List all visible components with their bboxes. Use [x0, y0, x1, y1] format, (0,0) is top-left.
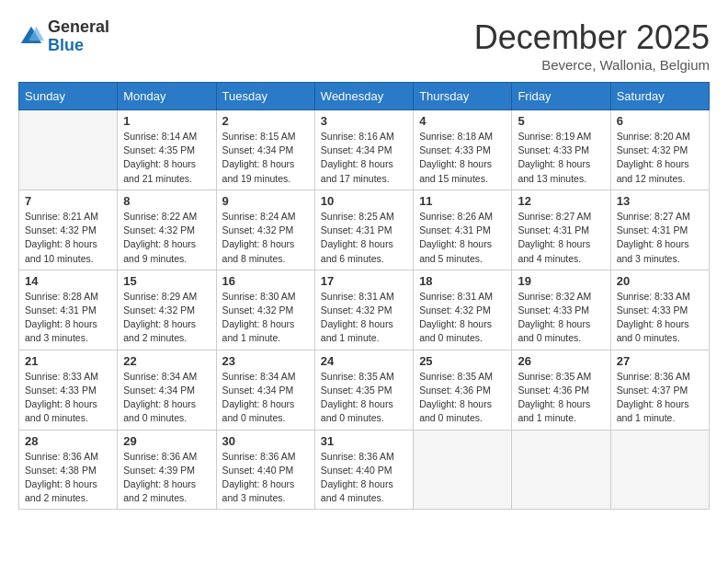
logo: General Blue: [18, 18, 109, 55]
day-of-week-header: Saturday: [610, 83, 709, 110]
calendar-week-row: 21Sunrise: 8:33 AMSunset: 4:33 PMDayligh…: [19, 350, 710, 430]
day-info: Sunrise: 8:16 AMSunset: 4:34 PMDaylight:…: [321, 130, 407, 186]
calendar-cell: 14Sunrise: 8:28 AMSunset: 4:31 PMDayligh…: [19, 270, 118, 350]
day-info: Sunrise: 8:34 AMSunset: 4:34 PMDaylight:…: [123, 370, 210, 426]
calendar-cell: 2Sunrise: 8:15 AMSunset: 4:34 PMDaylight…: [216, 110, 314, 190]
logo-general: General: [48, 18, 109, 37]
calendar-week-row: 28Sunrise: 8:36 AMSunset: 4:38 PMDayligh…: [19, 430, 710, 510]
day-info: Sunrise: 8:29 AMSunset: 4:32 PMDaylight:…: [123, 290, 210, 346]
calendar-cell: 23Sunrise: 8:34 AMSunset: 4:34 PMDayligh…: [216, 350, 314, 430]
day-number: 18: [419, 274, 506, 288]
day-of-week-header: Monday: [118, 83, 216, 110]
day-number: 2: [222, 114, 309, 128]
calendar-cell: 17Sunrise: 8:31 AMSunset: 4:32 PMDayligh…: [314, 270, 413, 350]
day-number: 20: [617, 274, 703, 288]
day-number: 3: [321, 114, 407, 128]
calendar-cell: 18Sunrise: 8:31 AMSunset: 4:32 PMDayligh…: [414, 270, 512, 350]
calendar-cell: 7Sunrise: 8:21 AMSunset: 4:32 PMDaylight…: [19, 190, 118, 270]
day-number: 30: [222, 434, 309, 448]
calendar-cell: 24Sunrise: 8:35 AMSunset: 4:35 PMDayligh…: [314, 350, 413, 430]
day-info: Sunrise: 8:31 AMSunset: 4:32 PMDaylight:…: [419, 290, 506, 346]
day-number: 31: [321, 434, 407, 448]
day-number: 27: [617, 354, 703, 368]
day-info: Sunrise: 8:19 AMSunset: 4:33 PMDaylight:…: [518, 130, 604, 186]
calendar-cell: 5Sunrise: 8:19 AMSunset: 4:33 PMDaylight…: [512, 110, 610, 190]
calendar-cell: 25Sunrise: 8:35 AMSunset: 4:36 PMDayligh…: [414, 350, 512, 430]
day-info: Sunrise: 8:35 AMSunset: 4:36 PMDaylight:…: [419, 370, 506, 426]
day-number: 29: [123, 434, 210, 448]
calendar-cell: 1Sunrise: 8:14 AMSunset: 4:35 PMDaylight…: [118, 110, 216, 190]
calendar-cell: 8Sunrise: 8:22 AMSunset: 4:32 PMDaylight…: [118, 190, 216, 270]
calendar-cell: 29Sunrise: 8:36 AMSunset: 4:39 PMDayligh…: [118, 430, 216, 510]
days-of-week-row: SundayMondayTuesdayWednesdayThursdayFrid…: [19, 83, 710, 110]
day-number: 24: [321, 354, 407, 368]
day-number: 7: [25, 194, 111, 208]
day-number: 25: [419, 354, 506, 368]
day-info: Sunrise: 8:27 AMSunset: 4:31 PMDaylight:…: [518, 210, 604, 266]
calendar-week-row: 1Sunrise: 8:14 AMSunset: 4:35 PMDaylight…: [19, 110, 710, 190]
calendar-cell: [610, 430, 709, 510]
day-of-week-header: Sunday: [19, 83, 118, 110]
day-info: Sunrise: 8:24 AMSunset: 4:32 PMDaylight:…: [222, 210, 309, 266]
calendar-cell: 15Sunrise: 8:29 AMSunset: 4:32 PMDayligh…: [118, 270, 216, 350]
calendar-cell: 27Sunrise: 8:36 AMSunset: 4:37 PMDayligh…: [610, 350, 709, 430]
day-info: Sunrise: 8:30 AMSunset: 4:32 PMDaylight:…: [222, 290, 309, 346]
day-number: 5: [518, 114, 604, 128]
calendar-cell: 21Sunrise: 8:33 AMSunset: 4:33 PMDayligh…: [19, 350, 118, 430]
day-info: Sunrise: 8:27 AMSunset: 4:31 PMDaylight:…: [617, 210, 703, 266]
day-number: 17: [321, 274, 407, 288]
day-number: 15: [123, 274, 210, 288]
day-number: 10: [321, 194, 407, 208]
calendar-cell: 19Sunrise: 8:32 AMSunset: 4:33 PMDayligh…: [512, 270, 610, 350]
day-info: Sunrise: 8:32 AMSunset: 4:33 PMDaylight:…: [518, 290, 604, 346]
day-of-week-header: Thursday: [414, 83, 512, 110]
day-info: Sunrise: 8:15 AMSunset: 4:34 PMDaylight:…: [222, 130, 309, 186]
day-of-week-header: Tuesday: [216, 83, 314, 110]
day-info: Sunrise: 8:31 AMSunset: 4:32 PMDaylight:…: [321, 290, 407, 346]
day-info: Sunrise: 8:33 AMSunset: 4:33 PMDaylight:…: [617, 290, 703, 346]
day-number: 9: [222, 194, 309, 208]
calendar-cell: 20Sunrise: 8:33 AMSunset: 4:33 PMDayligh…: [610, 270, 709, 350]
day-number: 13: [617, 194, 703, 208]
day-number: 4: [419, 114, 506, 128]
calendar-cell: 9Sunrise: 8:24 AMSunset: 4:32 PMDaylight…: [216, 190, 314, 270]
calendar-week-row: 14Sunrise: 8:28 AMSunset: 4:31 PMDayligh…: [19, 270, 710, 350]
day-info: Sunrise: 8:35 AMSunset: 4:35 PMDaylight:…: [321, 370, 407, 426]
day-info: Sunrise: 8:36 AMSunset: 4:37 PMDaylight:…: [617, 370, 703, 426]
day-info: Sunrise: 8:36 AMSunset: 4:40 PMDaylight:…: [222, 450, 309, 506]
day-info: Sunrise: 8:33 AMSunset: 4:33 PMDaylight:…: [25, 370, 111, 426]
day-info: Sunrise: 8:26 AMSunset: 4:31 PMDaylight:…: [419, 210, 506, 266]
calendar-cell: 28Sunrise: 8:36 AMSunset: 4:38 PMDayligh…: [19, 430, 118, 510]
calendar-cell: 12Sunrise: 8:27 AMSunset: 4:31 PMDayligh…: [512, 190, 610, 270]
day-info: Sunrise: 8:18 AMSunset: 4:33 PMDaylight:…: [419, 130, 506, 186]
calendar-cell: [512, 430, 610, 510]
calendar-cell: 4Sunrise: 8:18 AMSunset: 4:33 PMDaylight…: [414, 110, 512, 190]
day-info: Sunrise: 8:22 AMSunset: 4:32 PMDaylight:…: [123, 210, 210, 266]
calendar-cell: 13Sunrise: 8:27 AMSunset: 4:31 PMDayligh…: [610, 190, 709, 270]
day-number: 26: [518, 354, 604, 368]
title-block: December 2025 Beverce, Wallonia, Belgium: [474, 18, 710, 73]
calendar-cell: [414, 430, 512, 510]
calendar-week-row: 7Sunrise: 8:21 AMSunset: 4:32 PMDaylight…: [19, 190, 710, 270]
day-number: 12: [518, 194, 604, 208]
day-number: 16: [222, 274, 309, 288]
calendar-cell: 31Sunrise: 8:36 AMSunset: 4:40 PMDayligh…: [314, 430, 413, 510]
day-number: 19: [518, 274, 604, 288]
day-number: 8: [123, 194, 210, 208]
logo-icon: [18, 24, 44, 50]
calendar-body: 1Sunrise: 8:14 AMSunset: 4:35 PMDaylight…: [19, 110, 710, 510]
day-number: 28: [25, 434, 111, 448]
day-of-week-header: Friday: [512, 83, 610, 110]
day-number: 6: [617, 114, 703, 128]
day-info: Sunrise: 8:35 AMSunset: 4:36 PMDaylight:…: [518, 370, 604, 426]
calendar-cell: 16Sunrise: 8:30 AMSunset: 4:32 PMDayligh…: [216, 270, 314, 350]
day-info: Sunrise: 8:28 AMSunset: 4:31 PMDaylight:…: [25, 290, 111, 346]
calendar-cell: 3Sunrise: 8:16 AMSunset: 4:34 PMDaylight…: [314, 110, 413, 190]
day-info: Sunrise: 8:20 AMSunset: 4:32 PMDaylight:…: [617, 130, 703, 186]
page-header: General Blue December 2025 Beverce, Wall…: [18, 18, 710, 73]
location: Beverce, Wallonia, Belgium: [474, 57, 710, 73]
calendar-cell: 22Sunrise: 8:34 AMSunset: 4:34 PMDayligh…: [118, 350, 216, 430]
day-number: 22: [123, 354, 210, 368]
day-number: 14: [25, 274, 111, 288]
calendar-table: SundayMondayTuesdayWednesdayThursdayFrid…: [18, 82, 710, 510]
